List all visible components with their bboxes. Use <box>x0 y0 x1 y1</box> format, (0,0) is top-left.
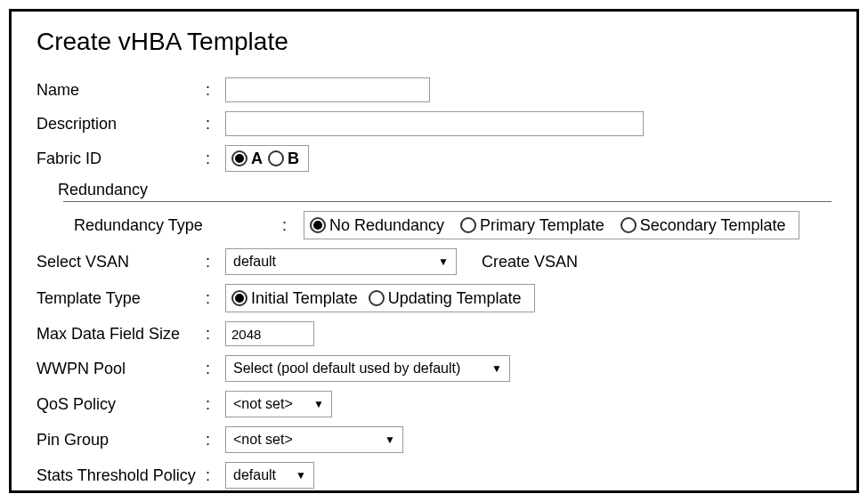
select-vsan-dropdown[interactable]: default ▼ <box>225 248 457 275</box>
stats-threshold-policy-row: Stats Threshold Policy : default ▼ <box>37 462 831 489</box>
description-row: Description : <box>37 111 831 136</box>
radio-icon <box>369 290 385 306</box>
redundancy-primary-radio[interactable]: Primary Template <box>460 216 604 235</box>
radio-icon <box>310 217 326 233</box>
caret-down-icon: ▼ <box>385 433 395 446</box>
wwpn-pool-row: WWPN Pool : Select (pool default used by… <box>37 355 831 382</box>
select-vsan-row: Select VSAN : default ▼ Create VSAN <box>37 248 831 275</box>
fabric-id-radio-group: A B <box>225 145 309 172</box>
create-vsan-link[interactable]: Create VSAN <box>482 253 578 271</box>
caret-down-icon: ▼ <box>296 469 306 482</box>
redundancy-type-label: Redundancy Type <box>37 216 282 235</box>
wwpn-pool-label: WWPN Pool <box>37 360 206 378</box>
caret-down-icon: ▼ <box>438 255 449 268</box>
redundancy-type-row: Redundancy Type : No Redundancy Primary … <box>37 211 831 239</box>
template-initial-radio[interactable]: Initial Template <box>231 289 358 308</box>
radio-icon <box>268 150 284 166</box>
dialog-title: Create vHBA Template <box>37 28 831 56</box>
name-row: Name : <box>37 77 831 102</box>
description-input[interactable] <box>225 111 644 136</box>
redundancy-no-radio[interactable]: No Redundancy <box>310 216 444 235</box>
radio-icon <box>460 217 476 233</box>
pin-group-row: Pin Group : <not set> ▼ <box>37 426 831 453</box>
radio-icon <box>231 290 247 306</box>
fabric-id-radio-a[interactable]: A <box>231 150 263 168</box>
redundancy-secondary-radio[interactable]: Secondary Template <box>621 216 786 235</box>
fabric-id-radio-b[interactable]: B <box>268 150 299 168</box>
section-divider <box>63 201 831 202</box>
pin-group-dropdown[interactable]: <not set> ▼ <box>225 426 403 453</box>
redundancy-section-label: Redundancy <box>58 181 831 199</box>
template-type-row: Template Type : Initial Template Updatin… <box>37 284 831 312</box>
create-vhba-template-dialog: Create vHBA Template Name : Description … <box>9 9 859 493</box>
redundancy-type-radio-group: No Redundancy Primary Template Secondary… <box>304 211 799 239</box>
max-data-field-size-input[interactable] <box>225 321 314 346</box>
description-label: Description <box>37 115 206 134</box>
wwpn-pool-dropdown[interactable]: Select (pool default used by default) ▼ <box>225 355 510 382</box>
template-updating-radio[interactable]: Updating Template <box>369 289 522 308</box>
radio-icon <box>231 150 247 166</box>
max-data-field-size-label: Max Data Field Size <box>37 325 206 344</box>
qos-policy-row: QoS Policy : <not set> ▼ <box>37 391 831 417</box>
template-type-radio-group: Initial Template Updating Template <box>225 284 535 312</box>
stats-threshold-policy-label: Stats Threshold Policy <box>37 466 206 485</box>
stats-threshold-policy-dropdown[interactable]: default ▼ <box>225 462 314 489</box>
caret-down-icon: ▼ <box>313 398 324 410</box>
qos-policy-label: QoS Policy <box>37 395 206 414</box>
radio-icon <box>621 217 637 233</box>
fabric-id-row: Fabric ID : A B <box>37 145 831 172</box>
pin-group-label: Pin Group <box>37 431 206 449</box>
template-type-label: Template Type <box>37 289 206 308</box>
select-vsan-label: Select VSAN <box>37 253 206 271</box>
caret-down-icon: ▼ <box>491 362 502 375</box>
fabric-id-label: Fabric ID <box>37 150 206 168</box>
name-input[interactable] <box>225 77 430 102</box>
max-data-field-size-row: Max Data Field Size : <box>37 321 831 346</box>
qos-policy-dropdown[interactable]: <not set> ▼ <box>225 391 332 417</box>
name-label: Name <box>37 81 206 100</box>
